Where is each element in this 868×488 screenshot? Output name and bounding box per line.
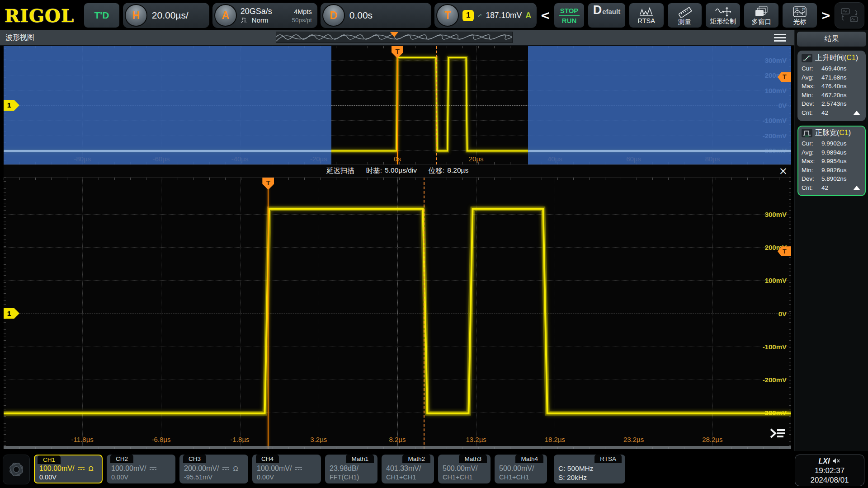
memory-depth: 4Mpts bbox=[294, 8, 312, 16]
horizontal-timebase-control[interactable]: H 20.00µs/ bbox=[123, 3, 209, 28]
mode-switch-button[interactable] bbox=[835, 2, 864, 28]
dimmed-baseline-trace bbox=[4, 150, 331, 152]
stat-value: 9.9894us bbox=[821, 148, 847, 157]
math-operation: CH1+CH1 bbox=[386, 473, 429, 482]
offset-label: 位移: bbox=[429, 166, 444, 176]
math-tab: Math1 bbox=[346, 455, 374, 463]
math-card-math2[interactable]: Math2401.33mV/CH1+CH1 bbox=[382, 455, 434, 483]
collapse-triangle-icon[interactable] bbox=[853, 111, 860, 115]
horizontal-position-control[interactable]: D 0.00s bbox=[321, 3, 431, 28]
cursor-label: 光标 bbox=[793, 19, 807, 25]
settings-gear-button[interactable] bbox=[3, 455, 30, 484]
sample-resolution: 50ps/pt bbox=[292, 17, 311, 23]
multi-window-label: 多窗口 bbox=[752, 19, 772, 25]
stat-value: 9.9826us bbox=[821, 166, 847, 175]
measurement-card[interactable]: 正脉宽(C1)Cur:9.9902usAvg:9.9894usMax:9.995… bbox=[797, 126, 866, 196]
delayed-sweep-chart[interactable]: -11.8µs-6.8µs-1.8µs3.2µs8.2µs13.2µs18.2µ… bbox=[4, 178, 791, 449]
status-clock-card[interactable]: LXI 19:02:37 2024/08/01 bbox=[795, 455, 864, 486]
math-scale: 23.98dB/ bbox=[330, 464, 373, 473]
system-date: 2024/08/01 bbox=[810, 475, 849, 485]
stat-label: Max: bbox=[802, 82, 821, 91]
measurement-source: C1 bbox=[846, 54, 855, 61]
stat-label: Min: bbox=[802, 166, 821, 175]
measurement-name: 正脉宽 bbox=[815, 129, 837, 136]
stat-label: Max: bbox=[802, 157, 821, 166]
trigger-status-button[interactable]: T'D bbox=[84, 3, 120, 28]
rtsa-span: S: 20kHz bbox=[558, 473, 621, 482]
horizontal-knob[interactable]: H bbox=[125, 4, 147, 27]
delay-knob[interactable]: D bbox=[322, 4, 345, 27]
offset-value: 8.20µs bbox=[447, 166, 468, 176]
measurement-source: C1 bbox=[839, 129, 848, 136]
system-time: 19:02:37 bbox=[815, 466, 844, 475]
dc-coupling-icon bbox=[222, 466, 230, 471]
trigger-control[interactable]: T 1 187.10mV A bbox=[434, 3, 537, 28]
draw-wave-icon bbox=[715, 6, 731, 17]
dc-coupling-icon bbox=[149, 466, 157, 471]
math-card-math1[interactable]: Math123.98dB/FFT(CH1) bbox=[325, 455, 377, 483]
horizontal-scrollbar[interactable] bbox=[4, 446, 791, 449]
acquire-knob[interactable]: A bbox=[214, 4, 237, 27]
trigger-position-line bbox=[397, 46, 398, 164]
default-setup-button[interactable]: Default bbox=[588, 3, 626, 28]
stat-label: Cnt: bbox=[802, 183, 821, 192]
stat-label: Cnt: bbox=[802, 108, 821, 117]
stop-label: STOP bbox=[560, 7, 579, 14]
speaker-muted-icon bbox=[832, 458, 840, 464]
dc-coupling-icon bbox=[295, 466, 302, 471]
measurement-list: 上升时间(C1)Cur:469.40nsAvg:471.68nsMax:476.… bbox=[797, 51, 866, 196]
measure-button[interactable]: 测量 bbox=[667, 3, 703, 28]
measurement-row: Min:9.9826us bbox=[802, 166, 862, 175]
norm-acquisition-icon bbox=[241, 17, 250, 23]
measurement-name: 上升时间 bbox=[815, 54, 844, 61]
multi-window-button[interactable]: 多窗口 bbox=[744, 3, 779, 28]
record-position-strip[interactable] bbox=[276, 32, 513, 43]
channel-tab: CH2 bbox=[110, 455, 133, 463]
measurement-card[interactable]: 上升时间(C1)Cur:469.40nsAvg:471.68nsMax:476.… bbox=[797, 51, 866, 121]
menu-icon[interactable] bbox=[774, 34, 786, 42]
svg-text:B: B bbox=[803, 7, 805, 10]
spectrum-icon bbox=[639, 7, 654, 17]
cursor-ab-icon: A B bbox=[793, 6, 807, 18]
rect-draw-button[interactable]: 矩形绘制 bbox=[705, 3, 741, 28]
channel-scale: 100.00mV/ bbox=[257, 464, 292, 473]
math-card-math3[interactable]: Math3500.00mV/CH1+CH1 bbox=[438, 455, 491, 483]
ruler-icon bbox=[677, 6, 693, 18]
trigger-position-marker-icon[interactable] bbox=[390, 32, 398, 41]
measurement-row: Cnt:42 bbox=[802, 183, 862, 192]
acquisition-control[interactable]: A 20GSa/s Norm 4Mpts 50ps/pt bbox=[212, 3, 317, 28]
acquisition-mode: Norm bbox=[252, 17, 269, 23]
run-stop-button[interactable]: STOP RUN bbox=[554, 3, 585, 28]
math-tab: Math4 bbox=[515, 455, 543, 463]
rtsa-card[interactable]: RTSA C: 500MHz S: 20kHz bbox=[554, 455, 625, 483]
close-zoom-button[interactable]: × bbox=[779, 165, 788, 177]
collapse-chevron-icon[interactable]: < bbox=[540, 9, 551, 22]
cursor-button[interactable]: A B 光标 bbox=[782, 3, 817, 28]
oscilloscope-screen: RIGOL T'D H 20.00µs/ A 20GSa/s Norm 4Mpt… bbox=[0, 0, 868, 488]
waveform-swap-icon bbox=[840, 7, 859, 24]
stat-label: Dev: bbox=[802, 174, 821, 183]
trigger-level-value: 187.10mV bbox=[486, 11, 522, 20]
channel-card-ch2[interactable]: CH2100.00mV/0.00V bbox=[107, 455, 175, 483]
content-area: 波形视图 -80µs-60µs-40µs-20µs0s20µs40µs60µs8… bbox=[0, 30, 868, 451]
svg-text:A: A bbox=[795, 7, 797, 10]
stat-value: 2.5743ns bbox=[821, 99, 847, 108]
right-tick-ruler bbox=[789, 178, 791, 449]
channel-card-ch3[interactable]: CH3200.00mV/Ω-95.51mV bbox=[179, 455, 248, 483]
math-cards: Math123.98dB/FFT(CH1)Math2401.33mV/CH1+C… bbox=[325, 455, 547, 483]
overview-chart[interactable]: -80µs-60µs-40µs-20µs0s20µs40µs60µs80µs30… bbox=[4, 46, 791, 164]
math-card-math4[interactable]: Math4500.00mV/CH1+CH1 bbox=[495, 455, 547, 483]
channel-card-ch4[interactable]: CH4100.00mV/0.00V bbox=[252, 455, 321, 483]
expand-chevron-icon[interactable]: > bbox=[821, 9, 831, 22]
divider bbox=[559, 15, 580, 16]
collapse-triangle-icon[interactable] bbox=[853, 186, 860, 190]
rtsa-label: RTSA bbox=[638, 18, 655, 24]
chart-menu-expand-icon[interactable] bbox=[769, 427, 787, 442]
channel-scale: 200.00mV/ bbox=[184, 464, 219, 473]
rtsa-button[interactable]: RTSA bbox=[629, 3, 664, 28]
channel-card-ch1[interactable]: CH1100.00mV/Ω0.00V bbox=[34, 455, 103, 483]
unzoomed-region-overlay bbox=[4, 46, 331, 164]
trigger-knob[interactable]: T bbox=[436, 4, 459, 27]
rising-edge-icon bbox=[477, 10, 482, 20]
measurement-row: Cnt:42 bbox=[802, 108, 862, 117]
